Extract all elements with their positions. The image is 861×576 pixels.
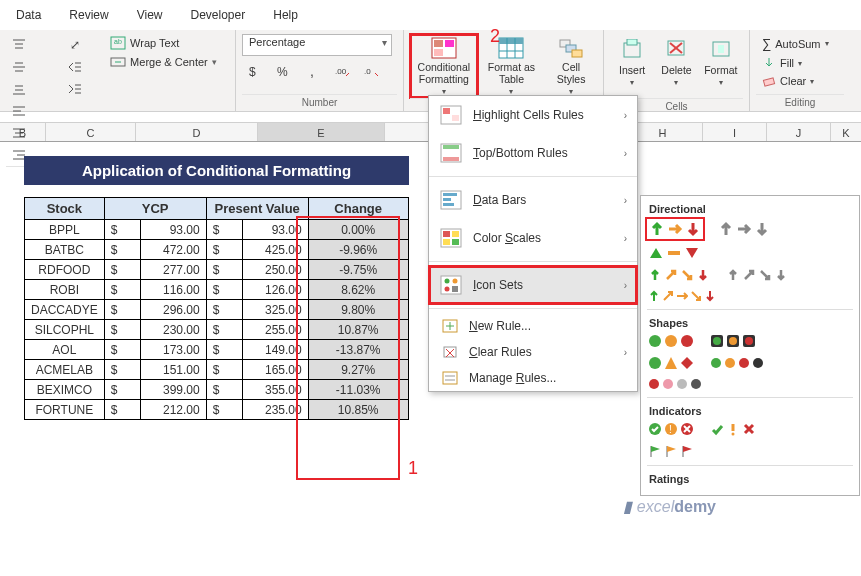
cell-pv[interactable]: 325.00 xyxy=(242,300,308,320)
col-c[interactable]: C xyxy=(46,123,136,141)
increase-decimal-icon[interactable]: .00 xyxy=(331,61,355,81)
table-row[interactable]: DACCADYE$296.00$325.009.80% xyxy=(25,300,409,320)
cell-change[interactable]: 10.87% xyxy=(308,320,408,340)
cell-currency[interactable]: $ xyxy=(104,380,140,400)
cell-stock[interactable]: BPPL xyxy=(25,220,105,240)
table-row[interactable]: SILCOPHL$230.00$255.0010.87% xyxy=(25,320,409,340)
cell-change[interactable]: 9.27% xyxy=(308,360,408,380)
iconset-3-arrows-colored[interactable] xyxy=(647,219,703,239)
cell-pv[interactable]: 425.00 xyxy=(242,240,308,260)
comma-format-icon[interactable]: , xyxy=(302,61,326,81)
iconset-3-flags[interactable] xyxy=(647,443,695,459)
cell-currency[interactable]: $ xyxy=(206,240,242,260)
cell-currency[interactable]: $ xyxy=(206,340,242,360)
tab-help[interactable]: Help xyxy=(271,4,300,26)
col-e[interactable]: E xyxy=(258,123,385,141)
cell-stock[interactable]: RDFOOD xyxy=(25,260,105,280)
cell-currency[interactable]: $ xyxy=(104,360,140,380)
cell-ycp[interactable]: 151.00 xyxy=(140,360,206,380)
cell-pv[interactable]: 255.00 xyxy=(242,320,308,340)
autosum-button[interactable]: ∑AutoSum▾ xyxy=(756,34,835,53)
cell-currency[interactable]: $ xyxy=(206,380,242,400)
iconset-3-symbols[interactable] xyxy=(709,421,757,437)
fill-button[interactable]: Fill▾ xyxy=(756,55,808,71)
cell-currency[interactable]: $ xyxy=(206,280,242,300)
cell-currency[interactable]: $ xyxy=(104,400,140,420)
align-middle-icon[interactable] xyxy=(7,57,31,77)
table-row[interactable]: ACMELAB$151.00$165.009.27% xyxy=(25,360,409,380)
iconset-3-trafficlights[interactable] xyxy=(647,333,695,349)
cell-change[interactable]: -9.96% xyxy=(308,240,408,260)
table-row[interactable]: BATBC$472.00$425.00-9.96% xyxy=(25,240,409,260)
cell-change[interactable]: -11.03% xyxy=(308,380,408,400)
decrease-indent-icon[interactable] xyxy=(63,57,87,77)
cell-currency[interactable]: $ xyxy=(206,220,242,240)
tab-data[interactable]: Data xyxy=(14,4,43,26)
cell-ycp[interactable]: 116.00 xyxy=(140,280,206,300)
menu-clear-rules[interactable]: Clear Rules › xyxy=(429,339,637,365)
accounting-format-icon[interactable]: $ xyxy=(243,61,267,81)
cell-stock[interactable]: ACMELAB xyxy=(25,360,105,380)
iconset-3-symbols-circled[interactable]: ! xyxy=(647,421,695,437)
tab-developer[interactable]: Developer xyxy=(189,4,248,26)
cell-ycp[interactable]: 296.00 xyxy=(140,300,206,320)
cell-currency[interactable]: $ xyxy=(104,300,140,320)
cell-ycp[interactable]: 399.00 xyxy=(140,380,206,400)
menu-highlight-cells[interactable]: Highlight Cells Rules › xyxy=(429,96,637,134)
menu-new-rule[interactable]: New Rule... xyxy=(429,313,637,339)
cell-currency[interactable]: $ xyxy=(206,360,242,380)
iconset-3-trafficlights-rimmed[interactable] xyxy=(709,333,757,349)
format-as-table-button[interactable]: Format as Table ▾ xyxy=(478,34,546,98)
delete-button[interactable]: Delete▾ xyxy=(654,34,698,98)
cell-pv[interactable]: 355.00 xyxy=(242,380,308,400)
iconset-4-arrows-gray[interactable] xyxy=(725,267,789,283)
align-top-icon[interactable] xyxy=(7,35,31,55)
cell-stock[interactable]: AOL xyxy=(25,340,105,360)
iconset-5-arrows-colored[interactable] xyxy=(647,289,717,303)
cell-change[interactable]: 9.80% xyxy=(308,300,408,320)
decrease-decimal-icon[interactable]: .0 xyxy=(360,61,384,81)
cell-stock[interactable]: BATBC xyxy=(25,240,105,260)
table-row[interactable]: AOL$173.00$149.00-13.87% xyxy=(25,340,409,360)
col-k[interactable]: K xyxy=(831,123,861,141)
table-row[interactable]: FORTUNE$212.00$235.0010.85% xyxy=(25,400,409,420)
menu-color-scales[interactable]: Color Scales › xyxy=(429,219,637,257)
tab-view[interactable]: View xyxy=(135,4,165,26)
cell-change[interactable]: 0.00% xyxy=(308,220,408,240)
iconset-4-arrows-colored[interactable] xyxy=(647,267,711,283)
conditional-formatting-button[interactable]: Conditional Formatting ▾ xyxy=(410,34,478,98)
menu-manage-rules[interactable]: Manage Rules... xyxy=(429,365,637,391)
menu-data-bars[interactable]: Data Bars › xyxy=(429,181,637,219)
iconset-redtoblack[interactable] xyxy=(647,377,703,391)
cell-change[interactable]: 8.62% xyxy=(308,280,408,300)
orientation-icon[interactable]: ⤢ xyxy=(63,35,93,55)
cell-change[interactable]: -13.87% xyxy=(308,340,408,360)
col-i[interactable]: I xyxy=(703,123,767,141)
cell-stock[interactable]: BEXIMCO xyxy=(25,380,105,400)
table-row[interactable]: BEXIMCO$399.00$355.00-11.03% xyxy=(25,380,409,400)
cell-pv[interactable]: 149.00 xyxy=(242,340,308,360)
number-format-dropdown[interactable]: Percentage xyxy=(242,34,392,56)
cell-pv[interactable]: 126.00 xyxy=(242,280,308,300)
cell-currency[interactable]: $ xyxy=(104,260,140,280)
clear-button[interactable]: Clear▾ xyxy=(756,73,820,89)
menu-top-bottom[interactable]: Top/Bottom Rules › xyxy=(429,134,637,172)
col-d[interactable]: D xyxy=(136,123,258,141)
cell-styles-button[interactable]: Cell Styles ▾ xyxy=(545,34,597,98)
align-left-icon[interactable] xyxy=(7,101,31,121)
percent-format-icon[interactable]: % xyxy=(272,61,296,81)
cell-stock[interactable]: SILCOPHL xyxy=(25,320,105,340)
cell-ycp[interactable]: 230.00 xyxy=(140,320,206,340)
align-bottom-icon[interactable] xyxy=(7,79,31,99)
cell-currency[interactable]: $ xyxy=(104,280,140,300)
cell-pv[interactable]: 250.00 xyxy=(242,260,308,280)
cell-ycp[interactable]: 472.00 xyxy=(140,240,206,260)
cell-pv[interactable]: 235.00 xyxy=(242,400,308,420)
cell-currency[interactable]: $ xyxy=(206,320,242,340)
increase-indent-icon[interactable] xyxy=(63,79,87,99)
cell-change[interactable]: 10.85% xyxy=(308,400,408,420)
table-row[interactable]: ROBI$116.00$126.008.62% xyxy=(25,280,409,300)
table-row[interactable]: BPPL$93.00$93.000.00% xyxy=(25,220,409,240)
cell-ycp[interactable]: 93.00 xyxy=(140,220,206,240)
cell-currency[interactable]: $ xyxy=(104,340,140,360)
